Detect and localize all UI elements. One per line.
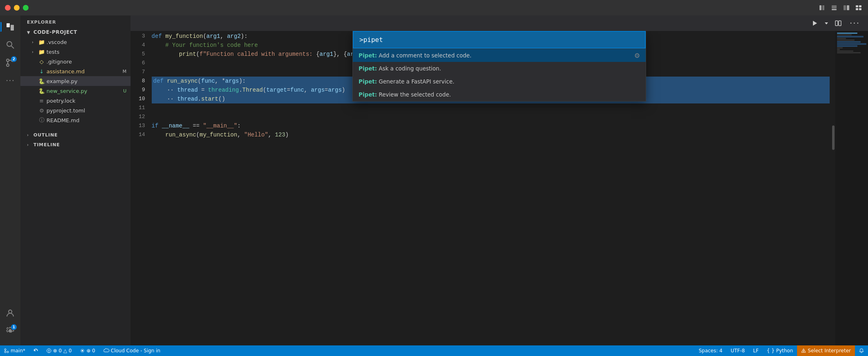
token: =	[287, 86, 290, 94]
token: arg1	[206, 32, 220, 41]
status-broadcast[interactable]: ⊕ 0	[76, 345, 100, 356]
status-errors[interactable]: ⊗ 0 △ 0	[42, 345, 76, 356]
token: )	[285, 130, 288, 139]
toggle-primary-sidebar-icon[interactable]	[817, 3, 826, 12]
sidebar-item-example-py[interactable]: › 🐍 example.py	[20, 76, 131, 86]
command-item-2[interactable]: Pipet: Generate a FastAPI service.	[353, 75, 646, 88]
token: func	[201, 77, 215, 86]
file-name: README.md	[46, 117, 80, 123]
token: args	[311, 86, 325, 94]
run-dropdown-button[interactable]	[823, 20, 830, 26]
minimize-button[interactable]	[14, 5, 20, 11]
chevron-right-icon: ›	[27, 133, 32, 137]
command-results: Pipet: Add a comment to selected code. ⚙…	[353, 49, 646, 101]
token: (	[198, 77, 201, 86]
status-encoding[interactable]: UTF-8	[726, 345, 749, 356]
command-item-0[interactable]: Pipet: Add a comment to selected code. ⚙	[353, 49, 646, 62]
svg-rect-11	[11, 25, 14, 31]
command-prefix: Pipet:	[359, 65, 377, 72]
sidebar-item-vscode[interactable]: › 📁 .vscode	[20, 37, 131, 47]
status-spaces[interactable]: Spaces: 4	[695, 345, 726, 356]
activity-item-explorer[interactable]	[2, 19, 18, 35]
status-notifications[interactable]	[855, 345, 868, 356]
file-name: example.py	[46, 78, 78, 84]
sidebar-item-pyproject-toml[interactable]: › ⚙ pyproject.toml	[20, 105, 131, 115]
token: f"Function called with arguments:	[199, 50, 316, 59]
more-actions-button[interactable]: ···	[846, 18, 863, 28]
maximize-button[interactable]	[23, 5, 29, 11]
minimap-line	[837, 33, 857, 34]
minimap-content	[835, 31, 868, 55]
encoding-label: UTF-8	[731, 348, 745, 354]
sidebar-item-new-service-py[interactable]: › 🐍 new_service.py U	[20, 86, 131, 96]
activity-item-source-control[interactable]: 2	[2, 55, 18, 71]
code-line-13: if __name__ == "__main__":	[152, 121, 835, 130]
svg-point-24	[4, 351, 6, 353]
minimap-line	[837, 36, 864, 37]
status-eol[interactable]: LF	[749, 345, 763, 356]
scrollbar[interactable]	[830, 31, 835, 345]
line-num-3: 3	[139, 32, 145, 41]
settings-icon: ⚙	[38, 107, 45, 114]
activity-item-accounts[interactable]	[2, 305, 18, 321]
status-branch[interactable]: main*	[0, 345, 29, 356]
sidebar-item-timeline[interactable]: › TIMELINE	[20, 140, 131, 149]
status-sync[interactable]	[29, 345, 42, 356]
token: (	[196, 130, 199, 139]
gear-icon[interactable]: ⚙	[634, 52, 640, 59]
sidebar-item-gitignore[interactable]: › ◇ .gitignore	[20, 57, 131, 66]
activity-item-settings[interactable]: 1	[2, 323, 18, 339]
git-icon: ◇	[38, 58, 45, 65]
command-item-3[interactable]: Pipet: Review the selected code.	[353, 88, 646, 101]
token: :	[237, 121, 241, 130]
run-button[interactable]	[810, 19, 819, 27]
svg-rect-6	[856, 5, 858, 7]
line-num-5: 5	[139, 50, 145, 59]
svg-point-28	[49, 352, 49, 352]
token: ,	[220, 32, 227, 41]
eol-label: LF	[753, 348, 759, 354]
status-cloud[interactable]: Cloud Code - Sign in	[100, 345, 165, 356]
svg-rect-9	[859, 8, 861, 10]
toggle-panel-icon[interactable]	[830, 3, 839, 12]
split-editor-right-icon[interactable]	[842, 3, 851, 12]
sidebar-item-poetry-lock[interactable]: › ≡ poetry.lock	[20, 96, 131, 105]
split-editor-button[interactable]	[833, 19, 843, 27]
command-item-1[interactable]: Pipet: Ask a coding question.	[353, 62, 646, 75]
svg-rect-4	[844, 5, 846, 10]
token: )	[342, 86, 345, 94]
line-num-9: 9	[139, 86, 145, 94]
python-icon: 🐍	[38, 78, 45, 84]
folder-name: .vscode	[46, 39, 67, 45]
editor-with-overlay: Pipet: Add a comment to selected code. ⚙…	[131, 31, 868, 345]
minimap-line	[837, 52, 861, 53]
svg-rect-10	[7, 23, 10, 27]
customize-layout-icon[interactable]	[854, 3, 863, 12]
file-name: pyproject.toml	[46, 108, 85, 114]
folder-name: tests	[46, 49, 60, 55]
info-icon: ⓘ	[38, 117, 45, 123]
sidebar-item-assistance-md[interactable]: › ↓ assistance.md M	[20, 66, 131, 76]
token: (	[203, 32, 206, 41]
token: (	[196, 50, 199, 59]
spaces-label: Spaces: 4	[699, 348, 722, 354]
sidebar-item-readme[interactable]: › ⓘ README.md	[20, 115, 131, 125]
folder-icon: 📁	[38, 39, 45, 45]
token: thread	[177, 94, 197, 103]
close-button[interactable]	[5, 5, 11, 11]
scrollbar-thumb[interactable]	[832, 125, 835, 150]
command-palette[interactable]: Pipet: Add a comment to selected code. ⚙…	[352, 31, 646, 101]
sidebar-item-tests[interactable]: › 📁 tests	[20, 47, 131, 57]
sidebar-item-outline[interactable]: › OUTLINE	[20, 130, 131, 140]
activity-item-more[interactable]: ···	[2, 73, 18, 89]
svg-rect-20	[835, 21, 838, 26]
status-select-interpreter[interactable]: Select Interpreter	[797, 345, 855, 356]
svg-rect-7	[859, 5, 861, 7]
lock-icon: ≡	[38, 97, 45, 104]
project-root[interactable]: ▼ CODE-PROJECT	[20, 27, 131, 37]
status-language[interactable]: { } Python	[763, 345, 797, 356]
modified-badge: M	[123, 69, 127, 74]
activity-item-search[interactable]	[2, 37, 18, 53]
token: def	[152, 32, 166, 41]
command-input[interactable]	[353, 31, 646, 48]
